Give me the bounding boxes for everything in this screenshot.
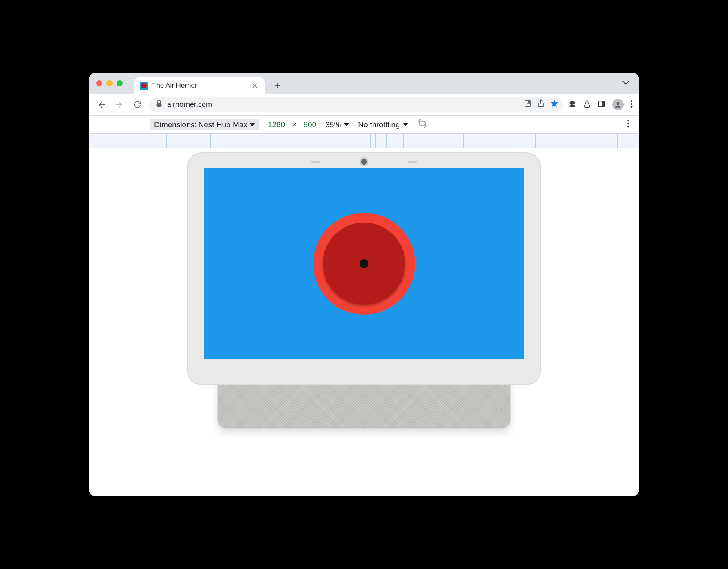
favicon-icon [140,82,148,90]
profile-avatar[interactable] [612,99,624,110]
device-height-input[interactable]: 800 [304,120,317,129]
new-tab-button[interactable] [270,78,285,93]
tab-title: The Air Horner [152,82,197,90]
device-toolbar: Dimensions: Nest Hub Max 1280 × 800 35% … [89,116,639,134]
share-icon[interactable] [537,99,545,110]
ruler-tick [403,134,404,148]
device-toolbar-menu-icon[interactable] [627,119,629,130]
throttling-value: No throttling [358,120,399,129]
throttling-selector[interactable]: No throttling [358,120,408,129]
svg-point-4 [617,102,619,105]
reload-button[interactable] [131,99,143,111]
bookmark-star-icon[interactable] [550,99,558,110]
svg-point-10 [627,126,629,127]
forward-button[interactable] [113,99,126,111]
open-external-icon[interactable] [524,100,532,109]
sensor-slit [408,161,417,163]
dimension-separator: × [292,121,296,128]
ruler-tick [315,134,315,148]
ruler-tick [535,134,536,148]
svg-point-5 [631,100,632,102]
back-button[interactable] [95,99,108,111]
sensor-slit [311,161,320,163]
caret-down-icon [250,123,255,126]
tab-close-button[interactable] [251,82,259,90]
ruler-tick [463,134,464,148]
ruler-tick [128,134,128,148]
svg-point-9 [627,123,629,124]
window-close-button[interactable] [96,80,102,86]
device-width-input[interactable]: 1280 [268,120,285,129]
browser-window: The Air Horner [89,73,639,496]
svg-point-6 [631,103,632,105]
ruler-tick [617,134,618,148]
device-dimensions: 1280 × 800 [268,120,316,129]
side-panel-icon[interactable] [598,100,606,110]
device-bezel [187,152,541,385]
url-text: airhorner.com [167,100,519,109]
address-bar[interactable]: airhorner.com [149,97,563,112]
device-name: Nest Hub Max [199,120,247,129]
device-selector[interactable]: Dimensions: Nest Hub Max [150,119,259,130]
ruler-tick [166,134,167,148]
svg-rect-3 [602,101,605,106]
window-controls [96,73,123,94]
rotate-device-icon[interactable] [417,118,428,131]
browser-toolbar: airhorner.com [89,94,639,116]
device-base [217,380,511,429]
labs-icon[interactable] [583,100,591,110]
ruler-tick [375,134,376,148]
toolbar-actions [568,99,633,110]
dimensions-prefix: Dimensions: [154,120,197,129]
device-screen[interactable] [204,168,524,359]
ruler-tick [260,134,260,148]
air-horn-button[interactable] [313,213,415,315]
caret-down-icon [344,123,349,126]
ruler-tick [386,134,387,148]
extensions-icon[interactable] [568,100,576,110]
svg-point-8 [627,120,629,121]
viewport-content [89,148,639,496]
zoom-value: 35% [325,120,341,129]
camera-icon [361,159,367,165]
svg-point-7 [631,106,632,108]
window-zoom-button[interactable] [117,80,123,86]
browser-tab[interactable]: The Air Horner [134,77,265,94]
tabs-overflow-button[interactable] [622,79,629,87]
ruler-tick [370,134,371,148]
window-minimize-button[interactable] [106,80,113,86]
lock-icon [156,100,162,109]
tab-strip: The Air Horner [89,73,639,94]
breakpoint-ruler[interactable] [89,134,639,148]
zoom-selector[interactable]: 35% [325,120,349,129]
horn-hole [360,259,368,268]
chrome-menu-icon[interactable] [630,100,633,110]
svg-rect-0 [157,103,161,107]
device-sensors [311,159,417,165]
ruler-tick [210,134,211,148]
device-frame [187,152,541,429]
caret-down-icon [403,123,408,126]
